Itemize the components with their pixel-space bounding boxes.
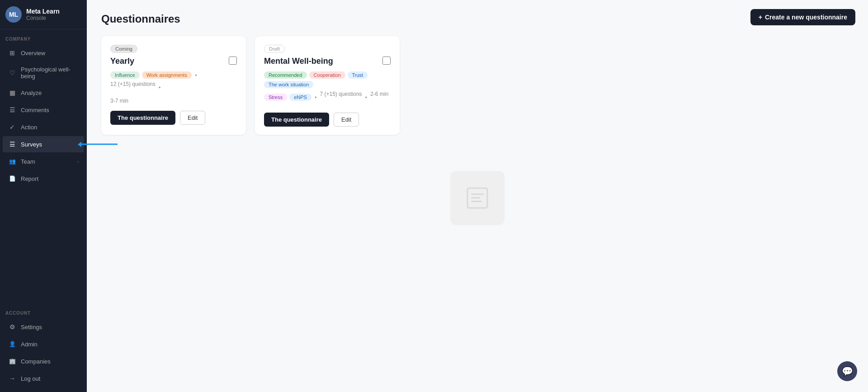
dot-separator: • xyxy=(159,84,161,91)
admin-icon: 👤 xyxy=(8,340,16,348)
card-header-mental: Mental Well-being xyxy=(264,57,391,66)
svg-rect-2 xyxy=(471,197,480,198)
questions-count-mental: 7 (+15) questions xyxy=(320,91,362,97)
sidebar-item-label: Team xyxy=(21,158,73,165)
edit-button-yearly[interactable]: Edit xyxy=(180,111,205,125)
chat-bubble-button[interactable]: 💬 xyxy=(837,361,857,381)
create-questionnaire-button[interactable]: + Create a new questionnaire xyxy=(750,9,855,25)
questionnaire-button-yearly[interactable]: The questionnaire xyxy=(110,111,175,125)
card-checkbox-yearly[interactable] xyxy=(229,57,237,65)
app-logo: ML Meta Learn Console xyxy=(0,0,87,29)
sidebar-item-companies[interactable]: 🏢 Companies xyxy=(3,353,84,369)
tags-row-yearly: Influence Work assignments • 12 (+15) qu… xyxy=(110,71,237,94)
tag-stress: Stress xyxy=(264,94,287,101)
status-badge-draft: Draft xyxy=(264,45,285,53)
time-mental: 2-6 min xyxy=(370,91,388,97)
team-icon: 👥 xyxy=(8,157,16,165)
avatar: ML xyxy=(5,6,22,23)
tag-trust: Trust xyxy=(348,71,368,79)
app-title-group: Meta Learn Console xyxy=(26,8,60,21)
sidebar-item-overview[interactable]: ⊞ Overview xyxy=(3,45,84,61)
svg-rect-1 xyxy=(471,194,484,195)
time-yearly: 3-7 min xyxy=(110,98,128,104)
account-section-label: ACCOUNT xyxy=(0,303,87,318)
app-name: Meta Learn xyxy=(26,8,60,15)
comments-icon: ☰ xyxy=(8,106,16,114)
main-content: Questionnaires Coming Yearly Influence W… xyxy=(87,0,868,392)
tag-influence: Influence xyxy=(110,71,140,79)
sidebar-item-label: Admin xyxy=(21,341,79,348)
questionnaires-list: Coming Yearly Influence Work assignments… xyxy=(101,36,854,135)
create-button-label: Create a new questionnaire xyxy=(765,14,847,21)
sidebar-item-report[interactable]: 📄 Report xyxy=(3,170,84,187)
sidebar-item-label: Companies xyxy=(21,358,79,365)
sidebar-item-logout[interactable]: → Log out xyxy=(3,370,84,387)
dot-separator: • xyxy=(365,94,368,101)
sidebar-item-label: Psychological well-being xyxy=(21,66,79,80)
tag-recommended: Recommended xyxy=(264,71,307,79)
app-subtitle: Console xyxy=(26,15,60,21)
plus-icon: + xyxy=(759,14,762,21)
empty-state xyxy=(450,171,505,225)
sidebar-item-label: Settings xyxy=(21,324,79,331)
sidebar-item-action[interactable]: ✓ Action xyxy=(3,119,84,135)
sidebar-item-label: Comments xyxy=(21,107,79,113)
chat-icon: 💬 xyxy=(842,366,853,377)
sidebar-item-psychological[interactable]: ♡ Psychological well-being xyxy=(3,62,84,84)
sidebar-item-settings[interactable]: ⚙ Settings xyxy=(3,319,84,335)
logout-icon: → xyxy=(8,374,16,383)
questionnaire-button-mental[interactable]: The questionnaire xyxy=(264,113,329,127)
questions-count-yearly: 12 (+15) questions xyxy=(110,81,156,87)
chevron-right-icon: › xyxy=(77,159,79,164)
sidebar-item-comments[interactable]: ☰ Comments xyxy=(3,102,84,118)
settings-icon: ⚙ xyxy=(8,323,16,331)
tag-work-assignments: Work assignments xyxy=(142,71,192,79)
company-section-label: COMPANY xyxy=(0,29,87,44)
sidebar-item-label: Surveys xyxy=(21,141,79,148)
card-actions-yearly: The questionnaire Edit xyxy=(110,111,237,125)
report-icon: 📄 xyxy=(8,175,16,183)
empty-state-icon xyxy=(464,184,491,212)
tags-row-mental: Recommended Cooperation Trust The work s… xyxy=(264,71,391,88)
card-title-mental: Mental Well-being xyxy=(264,57,333,66)
sidebar-item-label: Action xyxy=(21,124,79,131)
tag-enps: eNPS xyxy=(289,94,311,101)
action-icon: ✓ xyxy=(8,123,16,131)
sidebar-item-analyze[interactable]: ▦ Analyze xyxy=(3,85,84,101)
card-actions-mental: The questionnaire Edit xyxy=(264,113,391,127)
edit-button-mental[interactable]: Edit xyxy=(334,113,359,127)
tag-cooperation: Cooperation xyxy=(309,71,345,79)
questionnaire-card-yearly: Coming Yearly Influence Work assignments… xyxy=(101,36,246,135)
questionnaire-card-mental: Draft Mental Well-being Recommended Coop… xyxy=(255,36,400,135)
card-title-yearly: Yearly xyxy=(110,57,134,66)
sidebar-item-label: Report xyxy=(21,175,79,182)
card-header: Yearly xyxy=(110,57,237,66)
page-title: Questionnaires xyxy=(101,13,854,25)
overview-icon: ⊞ xyxy=(8,49,16,57)
svg-rect-3 xyxy=(471,201,482,202)
status-badge-coming: Coming xyxy=(110,45,137,53)
analyze-icon: ▦ xyxy=(8,89,16,97)
card-checkbox-mental[interactable] xyxy=(382,57,391,65)
surveys-icon: ☰ xyxy=(8,140,16,148)
sidebar: ML Meta Learn Console COMPANY ⊞ Overview… xyxy=(0,0,87,392)
sidebar-item-team[interactable]: 👥 Team › xyxy=(3,153,84,170)
tags-row-mental-2: Stress eNPS • 7 (+15) questions • 2-6 mi… xyxy=(264,91,391,104)
sidebar-item-surveys[interactable]: ☰ Surveys xyxy=(3,136,84,152)
sidebar-item-label: Log out xyxy=(21,375,79,382)
dot-separator: • xyxy=(195,72,197,79)
dot-separator: • xyxy=(315,94,317,101)
psychological-icon: ♡ xyxy=(8,69,16,77)
sidebar-item-label: Overview xyxy=(21,50,79,57)
sidebar-item-label: Analyze xyxy=(21,90,79,96)
companies-icon: 🏢 xyxy=(8,357,16,365)
sidebar-item-admin[interactable]: 👤 Admin xyxy=(3,336,84,352)
tag-work-situation: The work situation xyxy=(264,81,313,88)
